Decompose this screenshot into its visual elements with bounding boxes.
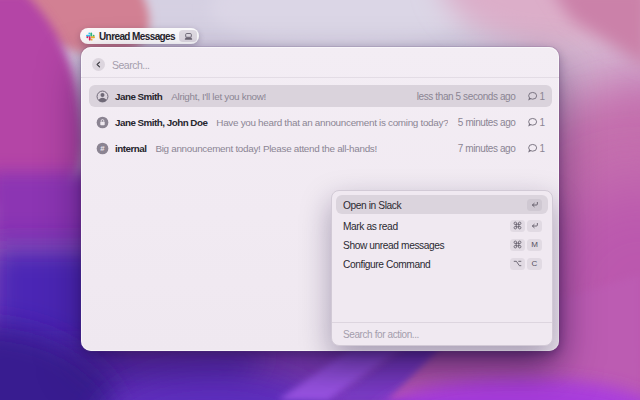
svg-text:#: #: [100, 144, 105, 153]
